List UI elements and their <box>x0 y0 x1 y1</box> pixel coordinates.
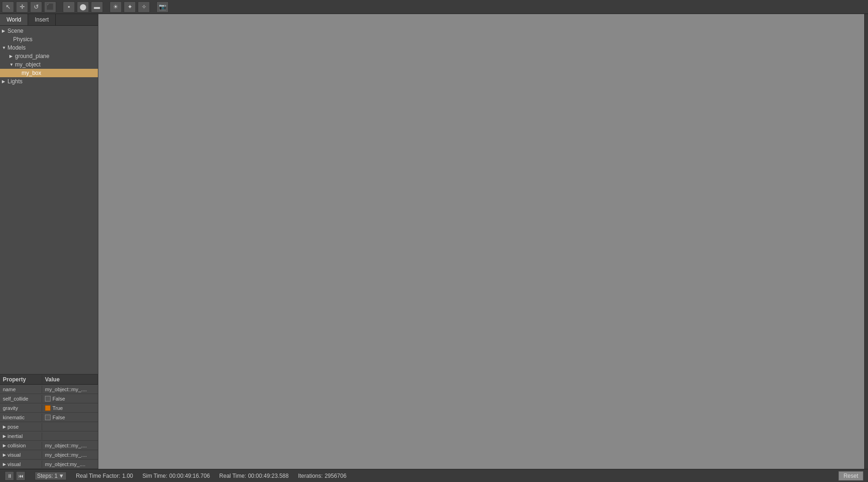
my-box-label: my_box <box>22 70 41 76</box>
cursor-tool-btn[interactable]: ↖ <box>2 1 14 13</box>
tree-item-my-object[interactable]: ▼ my_object <box>0 60 98 69</box>
prop-name-name: name <box>0 386 42 393</box>
viewport[interactable] <box>98 14 868 469</box>
gravity-value: True <box>52 405 63 411</box>
prop-value-gravity: True <box>42 404 98 412</box>
my-object-expand-arrow: ▼ <box>9 62 15 67</box>
camera-btn[interactable]: 📷 <box>156 1 169 13</box>
main-content: World Insert ▶ Scene Physics ▼ Models ▶ … <box>0 14 868 469</box>
prop-value-visual-2: my_object:my_.... <box>42 460 98 468</box>
pause-button[interactable]: ⏸ <box>5 471 14 481</box>
sim-time-label: Sim Time: <box>142 473 167 479</box>
prop-row-kinematic: kinematic False <box>0 413 98 422</box>
real-time-value: 00:00:49:23.588 <box>248 473 289 479</box>
panel-tabs: World Insert <box>0 14 98 26</box>
value-col-header: Value <box>42 375 98 384</box>
tree-item-lights[interactable]: ▶ Lights <box>0 77 98 86</box>
sim-time-value: 00:00:49:16.706 <box>169 473 210 479</box>
prop-name-collision: ▶collision <box>0 442 42 449</box>
visual2-arrow: ▶ <box>3 462 6 467</box>
prop-row-inertial[interactable]: ▶inertial <box>0 431 98 441</box>
playback-controls: ⏸ ⏮ <box>5 471 25 481</box>
tree-item-scene[interactable]: ▶ Scene <box>0 27 98 35</box>
scene-label: Scene <box>7 28 23 34</box>
iterations-label: Iterations: <box>298 473 323 479</box>
prop-name-visual-2: ▶visual <box>0 460 42 468</box>
self-collide-value: False <box>52 396 65 402</box>
tree-item-my-box[interactable]: my_box <box>0 69 98 77</box>
prop-row-gravity: gravity True <box>0 403 98 413</box>
prop-name-kinematic: kinematic <box>0 414 42 421</box>
move-tool-btn[interactable]: ✛ <box>16 1 28 13</box>
prop-value-collision: my_object::my_.... <box>42 442 98 449</box>
gravity-checkbox[interactable] <box>45 405 51 411</box>
prop-row-visual-2[interactable]: ▶visual my_object:my_.... <box>0 460 98 469</box>
prop-value-inertial <box>42 435 98 437</box>
properties-header: Property Value <box>0 375 98 385</box>
sphere-tool-btn[interactable]: ⬤ <box>77 1 89 13</box>
tab-insert[interactable]: Insert <box>28 14 56 25</box>
tree-item-models[interactable]: ▼ Models <box>0 44 98 52</box>
kinematic-checkbox[interactable] <box>45 415 51 420</box>
step-back-button[interactable]: ⏮ <box>16 471 25 481</box>
prop-row-name: name my_object::my_.... <box>0 385 98 394</box>
sim-time-item: Sim Time: 00:00:49:16.706 <box>142 473 210 479</box>
inertial-arrow: ▶ <box>3 434 6 438</box>
prop-name-gravity: gravity <box>0 404 42 412</box>
real-time-factor-item: Real Time Factor: 1.00 <box>76 473 133 479</box>
prop-value-visual-1: my_object::my_.... <box>42 451 98 459</box>
collision-arrow: ▶ <box>3 443 6 448</box>
prop-row-collision[interactable]: ▶collision my_object::my_.... <box>0 441 98 450</box>
prop-row-pose[interactable]: ▶pose <box>0 422 98 431</box>
rtf-value: 1.00 <box>122 473 133 479</box>
point-light-btn[interactable]: ✧ <box>138 1 150 13</box>
steps-dropdown-arrow: ▼ <box>59 473 64 479</box>
box-tool-btn[interactable]: ▪ <box>63 1 75 13</box>
status-bar: ⏸ ⏮ Steps: 1 ▼ Real Time Factor: 1.00 Si… <box>0 469 868 482</box>
properties-panel: Property Value name my_object::my_.... s… <box>0 374 98 469</box>
tree-item-physics[interactable]: Physics <box>0 35 98 44</box>
tab-world[interactable]: World <box>0 14 28 25</box>
ground-plane-expand-arrow: ▶ <box>9 54 15 58</box>
real-time-item: Real Time: 00:00:49:23.588 <box>219 473 289 479</box>
svg-rect-1 <box>98 14 239 84</box>
kinematic-value: False <box>52 415 65 420</box>
prop-name-pose: ▶pose <box>0 423 42 431</box>
models-label: Models <box>7 44 26 51</box>
reset-button[interactable]: Reset <box>838 471 863 481</box>
lights-expand-arrow: ▶ <box>2 79 7 84</box>
prop-name-visual-1: ▶visual <box>0 451 42 459</box>
prop-row-self-collide: self_collide False <box>0 394 98 403</box>
cylinder-tool-btn[interactable]: ▬ <box>91 1 103 13</box>
rotate-tool-btn[interactable]: ↺ <box>30 1 42 13</box>
ground-plane-label: ground_plane <box>15 53 49 59</box>
visual1-arrow: ▶ <box>3 453 6 457</box>
rtf-label: Real Time Factor: <box>76 473 120 479</box>
iterations-value: 2956706 <box>325 473 347 479</box>
scene-tree: ▶ Scene Physics ▼ Models ▶ ground_plane … <box>0 26 98 374</box>
scale-tool-btn[interactable]: ⬛ <box>44 1 56 13</box>
spot-light-btn[interactable]: ✦ <box>124 1 136 13</box>
real-time-label: Real Time: <box>219 473 246 479</box>
sun-light-btn[interactable]: ☀ <box>110 1 122 13</box>
prop-row-visual-1[interactable]: ▶visual my_object::my_.... <box>0 450 98 460</box>
left-panel: World Insert ▶ Scene Physics ▼ Models ▶ … <box>0 14 98 469</box>
physics-label: Physics <box>13 36 32 43</box>
prop-value-name: my_object::my_.... <box>42 386 98 393</box>
prop-value-kinematic: False <box>42 414 98 421</box>
prop-name-self-collide: self_collide <box>0 395 42 402</box>
right-drag-handle[interactable] <box>864 14 868 469</box>
prop-name-inertial: ▶inertial <box>0 432 42 440</box>
grid-canvas <box>98 14 239 84</box>
property-col-header: Property <box>0 375 42 384</box>
prop-value-pose <box>42 426 98 428</box>
steps-label: Steps: 1 <box>37 473 58 479</box>
prop-value-self-collide: False <box>42 395 98 402</box>
steps-dropdown[interactable]: Steps: 1 ▼ <box>35 472 67 480</box>
tree-item-ground-plane[interactable]: ▶ ground_plane <box>0 52 98 60</box>
toolbar: ↖ ✛ ↺ ⬛ ▪ ⬤ ▬ ☀ ✦ ✧ 📷 <box>0 0 868 14</box>
models-expand-arrow: ▼ <box>2 45 7 50</box>
lights-label: Lights <box>7 78 22 85</box>
self-collide-checkbox[interactable] <box>45 396 51 402</box>
my-object-label: my_object <box>15 61 41 68</box>
